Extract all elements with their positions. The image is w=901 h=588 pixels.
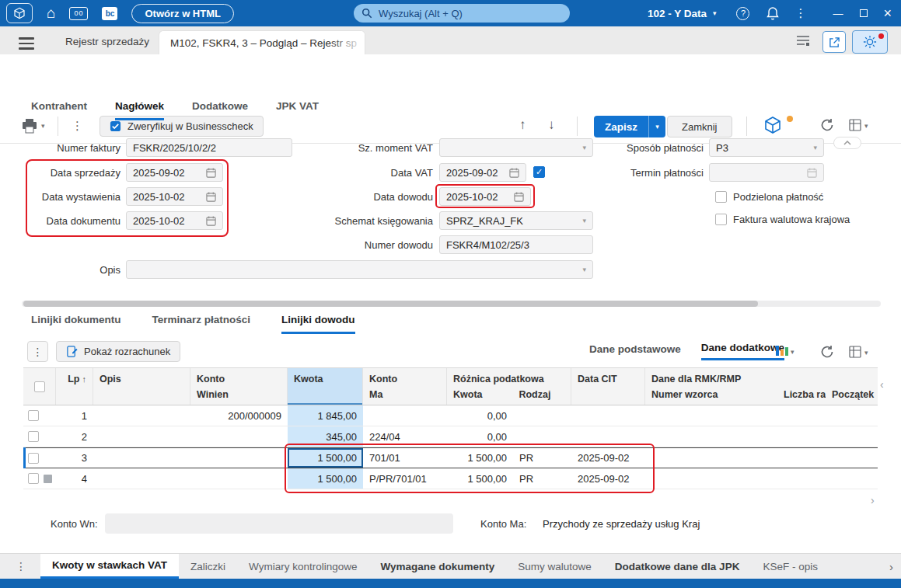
tab-dodatkowe-dane-jpk[interactable]: Dodatkowe dane dla JPK <box>603 554 752 579</box>
tab-naglowek[interactable]: Nagłówek <box>115 100 164 120</box>
calendar-icon[interactable] <box>514 192 524 202</box>
schemat-ksiegowania-field[interactable]: SPRZ_KRAJ_FK ▾ <box>439 211 593 230</box>
table-row[interactable]: 1 200/000009 1 845,00 0,00 <box>23 405 878 426</box>
bottom-kebab-icon[interactable]: ⋮ <box>0 554 40 579</box>
more-menu-icon[interactable]: ⋮ <box>794 6 806 20</box>
home-icon[interactable]: ⌂ <box>47 5 55 22</box>
chevron-down-icon[interactable]: ▾ <box>713 9 717 17</box>
grid-refresh-icon[interactable] <box>820 345 834 359</box>
kwota-cell[interactable]: 1 500,00 <box>288 468 363 489</box>
data-wystawienia-field[interactable]: 2025-10-02 <box>126 187 223 206</box>
tab-kontrahent[interactable]: Kontrahent <box>31 100 87 120</box>
bottom-tabs-scroll-right-icon[interactable]: › <box>889 560 893 573</box>
tab-ksef-opis[interactable]: KSeF - opis <box>751 554 829 579</box>
tab-rejestr-sprzedazy[interactable]: Rejestr sprzedaży <box>65 32 149 50</box>
pokaz-rozrachunek-button[interactable]: Pokaż rozrachunek <box>56 341 180 362</box>
notifications-bell-icon[interactable] <box>767 6 779 20</box>
move-up-icon[interactable]: ↑ <box>519 117 526 133</box>
header-data-cit[interactable]: Data CIT <box>571 368 645 405</box>
row-checkbox[interactable] <box>28 431 39 442</box>
header-opis[interactable]: Opis <box>93 368 190 405</box>
open-in-html-button[interactable]: Otwórz w HTML <box>131 4 234 23</box>
calculator-icon[interactable]: 00 <box>69 7 88 20</box>
header-lp[interactable]: Lp ↑ <box>56 368 93 405</box>
sposob-platnosci-field[interactable]: P3 ▾ <box>709 138 824 157</box>
tab-wymagane-dokumenty[interactable]: Wymagane dokumenty <box>369 554 507 579</box>
data-dokumentu-field[interactable]: 2025-10-02 <box>126 211 223 230</box>
calendar-icon[interactable] <box>206 168 216 178</box>
header-roznica-podatkowa[interactable]: Różnica podatkowa Kwota Rodzaj <box>447 368 571 405</box>
toolbar-kebab-icon[interactable]: ⋮ <box>72 119 83 133</box>
collapse-panel-button[interactable] <box>833 137 861 149</box>
numer-dowodu-field[interactable]: FSKR4/M102/25/3 <box>439 235 593 254</box>
hamburger-menu-icon[interactable] <box>19 34 34 53</box>
help-icon[interactable]: ? <box>736 7 749 20</box>
chevron-down-icon[interactable]: ▾ <box>582 217 586 224</box>
tab-zaliczki[interactable]: Zaliczki <box>179 554 237 579</box>
tab-linijki-dokumentu[interactable]: Linijki dokumentu <box>31 314 121 334</box>
chevron-down-icon[interactable]: ▾ <box>813 144 817 151</box>
table-row[interactable]: 4 1 500,00 P/PR/701/01 1 500,00 PR 2025-… <box>23 468 878 489</box>
calendar-icon[interactable] <box>807 168 817 178</box>
columns-scroll-right-icon[interactable]: › <box>871 494 875 506</box>
select-all-checkbox[interactable] <box>34 381 45 392</box>
header-kwota[interactable]: Kwota <box>288 368 363 405</box>
close-icon[interactable]: × <box>883 5 892 22</box>
termin-platnosci-field[interactable] <box>709 163 824 182</box>
minimize-icon[interactable]: — <box>833 8 843 19</box>
table-row-selected[interactable]: 3 1 500,00 701/01 1 500,00 PR 2025-09-02 <box>23 447 878 468</box>
data-vat-checkbox[interactable]: ✓ <box>533 166 545 178</box>
data-dowodu-field[interactable]: 2025-10-02 <box>439 187 531 206</box>
table-row[interactable]: 2 345,00 224/04 0,00 <box>23 426 878 447</box>
data-vat-field[interactable]: 2025-09-02 <box>439 163 526 182</box>
share-button[interactable] <box>822 31 846 53</box>
chevron-down-icon[interactable]: ▾ <box>582 266 586 273</box>
row-checkbox[interactable] <box>28 453 39 464</box>
save-button[interactable]: Zapisz ▾ <box>594 116 665 137</box>
refresh-icon[interactable] <box>820 118 834 132</box>
chart-view-icon[interactable] <box>776 345 788 356</box>
print-button[interactable] <box>22 119 37 134</box>
podzielona-platnosc-checkbox-row[interactable]: Podzielona płatność <box>715 191 823 203</box>
grid-settings-icon[interactable] <box>849 119 861 131</box>
kwota-cell[interactable]: 1 845,00 <box>288 405 363 426</box>
calendar-icon[interactable] <box>206 192 216 202</box>
calendar-icon[interactable] <box>206 216 216 226</box>
opis-field[interactable]: ▾ <box>126 260 593 279</box>
row-checkbox[interactable] <box>28 410 39 421</box>
kwota-cell-focused[interactable]: 1 500,00 <box>288 448 363 468</box>
maximize-icon[interactable] <box>860 9 868 17</box>
panel-list-icon[interactable] <box>796 35 810 46</box>
tab-dane-podstawowe[interactable]: Dane podstawowe <box>589 343 681 360</box>
header-konto-ma[interactable]: Konto Ma <box>363 368 447 405</box>
tab-sumy-walutowe[interactable]: Sumy walutowe <box>506 554 603 579</box>
tab-wymiary-kontrolingowe[interactable]: Wymiary kontrolingowe <box>237 554 368 579</box>
grid-kebab-button[interactable]: ⋮ <box>27 341 48 362</box>
data-sprzedazy-field[interactable]: 2025-09-02 <box>126 163 223 182</box>
faktura-walutowa-checkbox[interactable] <box>715 214 727 225</box>
tab-kwoty-w-stawkach-vat[interactable]: Kwoty w stawkach VAT <box>40 554 179 579</box>
global-search-input[interactable]: Wyszukaj (Alt + Q) <box>354 4 570 23</box>
move-down-icon[interactable]: ↓ <box>548 117 555 133</box>
app-logo-icon[interactable] <box>6 3 33 23</box>
columns-scroll-left-icon[interactable]: ‹ <box>880 378 884 391</box>
tab-linijki-dowodu[interactable]: Linijki dowodu <box>281 314 355 334</box>
konto-ma-field[interactable]: Przychody ze sprzedaży usług Kraj <box>535 513 872 534</box>
horizontal-scrollbar-thumb[interactable] <box>23 301 758 307</box>
businesscheck-icon[interactable]: bc <box>102 7 117 20</box>
tab-dodatkowe[interactable]: Dodatkowe <box>192 100 248 120</box>
row-checkbox[interactable] <box>28 473 39 484</box>
tab-active-document[interactable]: M102, FSKR4, 3 – Podgląd – Rejestr sp <box>159 30 365 54</box>
save-caret-icon[interactable]: ▾ <box>648 116 665 137</box>
tab-dane-dodatkowe[interactable]: Dane dodatkowe <box>701 342 784 360</box>
sz-moment-vat-field[interactable]: ▾ <box>439 138 593 157</box>
theme-button[interactable] <box>852 30 888 54</box>
header-konto-winien[interactable]: Konto Winien <box>190 368 288 405</box>
grid-columns-caret-icon[interactable]: ▾ <box>864 349 868 357</box>
close-document-button[interactable]: Zamknij <box>667 116 732 137</box>
konto-wn-field[interactable] <box>105 513 453 534</box>
grid-settings-caret-icon[interactable]: ▾ <box>864 122 868 130</box>
tab-terminarz-platnosci[interactable]: Terminarz płatności <box>152 314 251 334</box>
chart-view-caret-icon[interactable]: ▾ <box>791 348 794 356</box>
print-caret-icon[interactable]: ▾ <box>41 122 45 130</box>
